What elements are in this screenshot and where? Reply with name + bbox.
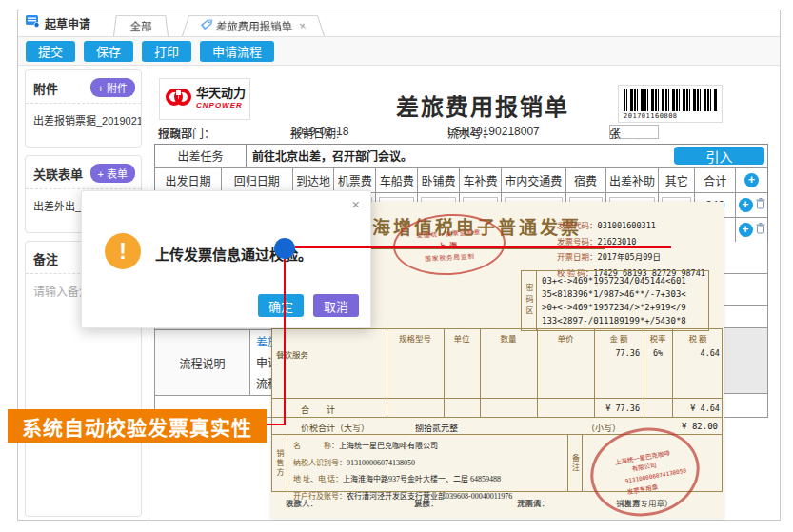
warning-icon: ! [105, 233, 141, 269]
company-logo: 华天动力 CNPOWER [159, 78, 250, 120]
tab-all-label: 全部 [129, 19, 152, 33]
col-amount: 金 额 [594, 332, 644, 344]
total-amount: ¥ 77.36 [558, 404, 640, 413]
col-city-traffic: 市内交通费 [502, 168, 566, 192]
password-area: 03+<->469*1957234/045144<601 35<818396*1… [536, 270, 709, 331]
col-destination: 到达地 [293, 168, 335, 192]
col-taxrate: 税率 [644, 332, 672, 344]
col-price: 单价 [537, 332, 594, 344]
add-row-icon[interactable]: + [739, 223, 753, 237]
seller-address-value: 上海淮海中路937号金叶大楼一、二层 64859488 [343, 475, 501, 483]
payee-value: 洪彦 [286, 497, 302, 508]
total-tax: ¥ 4.64 [672, 404, 720, 413]
dialog-ok-button[interactable]: 确定 [258, 294, 304, 317]
dept-value: 行政部 [158, 125, 192, 141]
form-info-row: 报销部门：行政部 报销日期:2019-02-18 流水号：LSH20190218… [154, 125, 768, 142]
serial-value: LSH20190218007 [447, 125, 540, 138]
seller-name-label: 名 称： [293, 442, 339, 450]
tab-close-icon[interactable]: × [298, 20, 307, 32]
dialog-close-icon[interactable]: × [351, 196, 360, 212]
attachments-title: 附件 [33, 79, 58, 97]
verification-callout-label: 系统自动校验发票真实性 [8, 409, 267, 443]
item-tax: 4.64 [672, 348, 720, 358]
apply-flow-button[interactable]: 申请流程 [200, 41, 274, 62]
invoice-tag-icon [199, 19, 213, 32]
password-area-label: 密码区 [521, 270, 536, 331]
col-car-subsidy: 车补费 [460, 168, 502, 192]
flow-description-label: 流程说明 [155, 330, 250, 395]
form-title: 差旅费用报销单 [354, 89, 611, 122]
invoice-code-label: 发票代码： [557, 221, 598, 230]
col-sleeper: 卧铺费 [418, 168, 460, 192]
draft-application-title: 起草申请 [18, 10, 100, 36]
delete-row-icon[interactable] [756, 223, 765, 237]
col-unit: 单位 [444, 332, 480, 344]
password-line: 35<818396*1/987>46**/-7+303< [542, 287, 708, 301]
col-total: 合计 [695, 168, 736, 192]
logo-icon [164, 87, 192, 111]
print-button[interactable]: 打印 [142, 41, 191, 62]
seller-info: 名 称：上海统一星巴克咖啡有限公司 纳税人识别号：913100006074138… [293, 437, 512, 503]
stamp-top-text: 全国统一发票监制章 [416, 227, 481, 240]
annotation-line-down [284, 257, 286, 425]
password-line: 03+<->469*1957234/045144<601 [542, 274, 708, 287]
document-drawer-icon [26, 15, 40, 30]
add-form-button[interactable]: + 表单 [90, 164, 135, 183]
invoice-total-row: 合 计 ¥ 77.36 ¥ 4.64 [272, 398, 723, 417]
date-value: 2019-02-18 [290, 125, 348, 138]
draft-title-label: 起草申请 [45, 15, 90, 31]
related-forms-title: 关联表单 [33, 165, 83, 183]
annotation-line-left [266, 424, 285, 425]
col-trip-allowance: 出差补助 [606, 168, 660, 192]
barcode-number: 201701160808 [624, 112, 717, 120]
save-button[interactable]: 保存 [84, 41, 133, 62]
stamp-bottom-text: 国家税务局监制 [425, 250, 475, 263]
attachment-item[interactable]: 出差报销票据_20190219.j... [26, 104, 141, 136]
col-spec: 规格型号 [387, 332, 444, 344]
col-return-date: 回归日期 [222, 168, 293, 192]
password-line: 133<2897-/011189199*+/5430*8 [542, 314, 708, 327]
barcode-bars-icon [624, 89, 717, 111]
tab-bar: 起草申请 全部 差旅费用报销单 × [18, 10, 780, 37]
import-button[interactable]: 引入 [674, 147, 764, 165]
seller-side-label: 销售方 [272, 435, 287, 492]
attachments-card: 附件 + 附件 出差报销票据_20190219.j... [25, 69, 142, 148]
trip-task-row: 出差任务 前往北京出差，召开部门会议。 引入 [154, 144, 768, 167]
stamp-middle-text: 上海 [438, 239, 462, 250]
toolbar: 提交 保存 打印 申请流程 [18, 37, 780, 66]
add-row-icon[interactable]: + [744, 173, 759, 187]
grand-capital: 捌拾贰元整 [415, 422, 458, 434]
annotation-dot-icon [274, 238, 295, 259]
col-lodging: 宿费 [566, 168, 606, 192]
seller-address-label: 地 址、电 话： [293, 475, 343, 483]
invoice-note-label: 备注 [567, 435, 583, 492]
invoice-number-value: 21623010 [598, 237, 637, 246]
attach-unit: 张 [609, 125, 621, 141]
grand-small-label: （小写） [586, 422, 621, 434]
logo-name: 华天动力 [196, 87, 246, 99]
add-attachment-button[interactable]: + 附件 [90, 78, 135, 97]
barcode: 201701160808 [618, 85, 723, 123]
screen: 起草申请 全部 差旅费用报销单 × 提交 保存 打印 申请流程 [0, 0, 793, 532]
verification-dialog: × ! 上传发票信息通过校验。 确定 取消 [81, 190, 371, 328]
item-taxrate: 6% [645, 348, 670, 358]
seller-taxid-label: 纳税人识别号： [293, 459, 347, 467]
submit-button[interactable]: 提交 [26, 41, 75, 62]
dialog-cancel-button[interactable]: 取消 [313, 294, 359, 317]
tab-travel-expense[interactable]: 差旅费用报销单 × [182, 15, 325, 36]
invoice-date-label: 开票日期： [557, 252, 598, 262]
seller-name-value: 上海统一星巴克咖啡有限公司 [339, 442, 438, 450]
item-name: 餐饮服务 [276, 348, 308, 360]
tab-all[interactable]: 全部 [113, 15, 169, 36]
seller-taxid-value: 913100006074138050 [347, 459, 415, 467]
grand-value: ¥ 82.00 [666, 422, 718, 431]
add-row-icon[interactable]: + [739, 198, 753, 212]
item-amount: 77.36 [558, 348, 640, 358]
review-value: 洪彦 [414, 497, 430, 508]
delete-row-icon[interactable] [756, 198, 765, 212]
col-qty: 数量 [480, 332, 537, 344]
expense-header-row: 出发日期 回归日期 到达地 机票费 车船费 卧铺费 车补费 市内交通费 宿费 出… [155, 167, 767, 192]
grand-label: 价税合计（大写） [301, 422, 369, 434]
col-airfare: 机票费 [334, 168, 376, 192]
logo-subtitle: CNPOWER [196, 99, 246, 111]
